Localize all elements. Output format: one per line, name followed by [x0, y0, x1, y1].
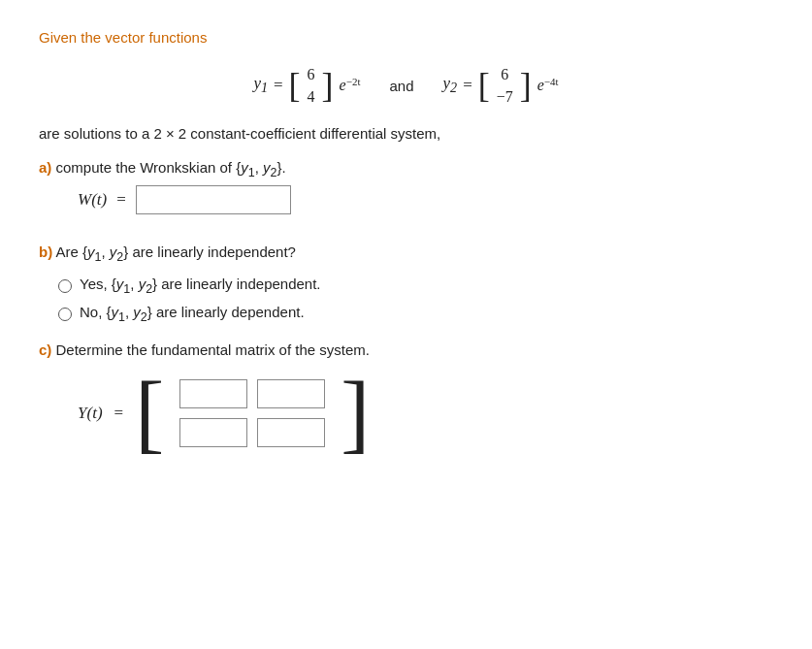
big-bracket-left-icon: [: [135, 376, 164, 451]
matrix-row-2: [179, 418, 325, 447]
vector-equations: y1 = [ 6 4 ] e−2t and y2 = [ 6 −7 ]: [39, 63, 773, 108]
wt-equals: =: [116, 190, 126, 210]
option-no-text: No, {y1, y2} are linearly dependent.: [80, 304, 305, 324]
y2-bracket-right: ]: [520, 68, 532, 103]
option-yes[interactable]: Yes, {y1, y2} are linearly independent.: [58, 276, 773, 296]
and-label: and: [389, 78, 413, 94]
matrix-input-11[interactable]: [179, 379, 247, 408]
y1-bottom: 4: [308, 87, 315, 106]
yt-equals: =: [114, 404, 124, 423]
matrix-inputs: [176, 372, 329, 455]
wt-label: W(t): [78, 190, 107, 210]
matrix-row-1: [179, 379, 325, 408]
big-bracket-right-icon: ]: [341, 376, 370, 451]
given-header: Given the vector functions: [39, 29, 773, 46]
part-a-label: a) compute the Wronkskian of {y1, y2}.: [39, 159, 286, 176]
matrix-input-21[interactable]: [179, 418, 247, 447]
y2-label: y2: [443, 74, 458, 96]
radio-yes-icon: [58, 279, 72, 293]
part-b-section: b) Are {y1, y2} are linearly independent…: [39, 243, 773, 324]
y2-bracket-left: [: [478, 68, 490, 103]
radio-no-icon: [58, 308, 72, 321]
y1-bracket-matrix: [ 6 4 ]: [289, 63, 334, 108]
y2-matrix: 6 −7: [492, 63, 518, 108]
wronsk-row: W(t) =: [78, 185, 773, 214]
matrix-eq-row: Y(t) = [ ]: [78, 372, 773, 455]
solutions-text: are solutions to a 2 × 2 constant-coeffi…: [39, 125, 773, 142]
option-yes-text: Yes, {y1, y2} are linearly independent.: [80, 276, 321, 296]
part-b-question: b) Are {y1, y2} are linearly independent…: [39, 243, 773, 264]
y1-top: 6: [308, 65, 315, 83]
y2-equation: y2 = [ 6 −7 ] e−4t: [443, 63, 559, 108]
y2-bracket-matrix: [ 6 −7 ]: [478, 63, 532, 108]
y1-bracket-right: ]: [322, 68, 334, 103]
y1-bracket-left: [: [289, 68, 301, 103]
yt-label: Y(t): [78, 404, 103, 423]
equals-2: =: [463, 76, 472, 95]
part-a-text: compute the Wronkskian of {y1, y2}.: [51, 159, 285, 176]
matrix-input-22[interactable]: [257, 418, 325, 447]
option-no[interactable]: No, {y1, y2} are linearly dependent.: [58, 304, 773, 324]
part-a-section: a) compute the Wronkskian of {y1, y2}.: [39, 159, 773, 179]
part-c-section: c) Determine the fundamental matrix of t…: [39, 341, 773, 455]
part-c-label: c) Determine the fundamental matrix of t…: [39, 341, 773, 358]
y1-exp: e−2t: [340, 77, 361, 94]
wt-input-box[interactable]: [136, 185, 291, 214]
equals-1: =: [274, 76, 283, 95]
y2-top: 6: [501, 65, 508, 83]
y1-matrix: 6 4: [303, 63, 320, 108]
y2-bottom: −7: [497, 87, 513, 106]
y2-exp: e−4t: [537, 77, 559, 94]
y1-label: y1: [253, 74, 268, 96]
y1-equation: y1 = [ 6 4 ] e−2t: [253, 63, 360, 108]
matrix-input-12[interactable]: [257, 379, 325, 408]
